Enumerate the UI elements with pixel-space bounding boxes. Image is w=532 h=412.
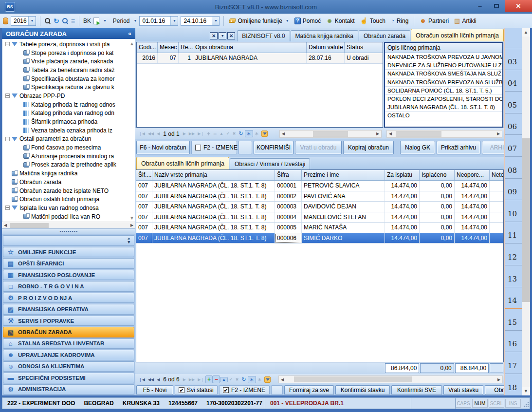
tree-item[interactable]: Vrste plaćanja zarade, naknada bbox=[2, 57, 135, 66]
tree-item[interactable]: Obračun ostalih ličnih primanja bbox=[2, 195, 135, 204]
accordion-module-item[interactable]: UPRAVLJANJE KADROVIMA bbox=[3, 350, 134, 360]
tree-item[interactable]: Obrazac PPP-PD bbox=[2, 92, 135, 100]
column-header[interactable]: Status bbox=[345, 42, 383, 53]
scroll-right-icon[interactable]: ▶ bbox=[374, 131, 381, 136]
help-button[interactable]: ? Pomoć bbox=[293, 17, 322, 25]
period-button[interactable]: Period bbox=[113, 18, 130, 24]
accordion-module-item[interactable]: OPŠTI ŠIFARNICI bbox=[3, 258, 134, 268]
nav-first-icon[interactable]: ❘◀ bbox=[137, 131, 147, 136]
tree-item[interactable]: Ostali parametri za obračun bbox=[2, 135, 135, 144]
tree-item[interactable]: Šifarnik primaoca prihoda bbox=[2, 117, 135, 126]
nav-next-icon[interactable]: ▶ bbox=[182, 131, 187, 136]
tree-expander-icon[interactable] bbox=[5, 94, 10, 98]
scrollbar-thumb[interactable] bbox=[10, 223, 49, 228]
konfirmisi-button[interactable]: KONFIRMIŠI bbox=[254, 141, 294, 154]
date-from-field[interactable]: 01.01.16 ▼ bbox=[139, 16, 178, 26]
column-header[interactable]: Neopore... bbox=[455, 170, 490, 180]
f2-izmene-checkbox-panel[interactable]: F2 - IZMENE bbox=[191, 141, 237, 154]
filter-icon[interactable] bbox=[264, 376, 271, 383]
column-header[interactable]: Re... bbox=[179, 42, 193, 53]
export-icon[interactable] bbox=[93, 18, 99, 24]
stavka-row[interactable]: 007 JUBILARNA NAGRADA (ČL. 18. ST.1. T. … bbox=[136, 223, 503, 233]
tree-item[interactable]: Tabele poreza, doprinosa i vrsti pla bbox=[2, 40, 135, 49]
accordion-module-item[interactable]: ROBNO - T R G O V I N A bbox=[3, 281, 134, 291]
stavka-row[interactable]: 007 JUBILARNA NAGRADA (ČL. 18. ST.1. T. … bbox=[136, 202, 503, 212]
column-header[interactable]: Mesec bbox=[158, 42, 179, 53]
document-tab[interactable]: Matična knjiga radnika bbox=[291, 30, 358, 41]
document-tab[interactable]: BIZNISOFT v8.0 bbox=[237, 30, 290, 41]
nav-next-icon[interactable]: ▶ bbox=[182, 377, 187, 382]
checkbox-checked-icon[interactable]: ✔ bbox=[179, 387, 184, 393]
year-select[interactable]: 2016 ▼ bbox=[11, 16, 36, 26]
nav-next-page-icon[interactable]: ▶▶ bbox=[187, 131, 196, 136]
chevron-down-icon[interactable]: ▼ bbox=[103, 19, 107, 22]
accordion-module-item[interactable]: SERVIS I POPRAVKE bbox=[3, 316, 134, 326]
nav-post-icon[interactable]: ✔ bbox=[225, 131, 231, 136]
vrati-u-obradu-button[interactable]: Vrati u obradu bbox=[295, 141, 342, 154]
nav-prev-page-icon[interactable]: ◀◀ bbox=[147, 377, 155, 382]
licno-primanje-item[interactable]: POKLON DECI ZAPOSLENIH, STAROSTI DO bbox=[385, 95, 502, 103]
nav-goto-bookmark-icon[interactable]: ∗ bbox=[253, 131, 260, 137]
chevron-down-icon[interactable]: ▼ bbox=[212, 17, 219, 25]
chevron-down-icon[interactable]: ▼ bbox=[28, 17, 36, 25]
nav-cancel-icon[interactable]: ✖ bbox=[231, 131, 238, 136]
arhiv-button[interactable]: ARHIV bbox=[482, 141, 504, 154]
scrollbar-thumb[interactable] bbox=[396, 131, 441, 137]
stavka-row[interactable]: 007 JUBILARNA NAGRADA (ČL. 18. ST.1. T. … bbox=[136, 191, 503, 202]
tree-item[interactable]: Ažuriranje procenata minulog ra bbox=[2, 152, 135, 161]
tree-expander-icon[interactable] bbox=[5, 42, 10, 46]
tree-item[interactable]: Stope poreza i doprinosa po kat bbox=[2, 49, 135, 57]
column-header[interactable]: Za isplatu bbox=[385, 170, 420, 180]
licno-primanje-item[interactable]: JUBILARNA NAGRADA (ČL. 18. ST.1. T. 8) bbox=[385, 103, 502, 112]
chevron-down-icon[interactable]: ▼ bbox=[134, 19, 137, 22]
nav-bookmark-icon[interactable]: ∗ bbox=[245, 130, 253, 137]
scroll-left-icon[interactable]: ◀ bbox=[280, 131, 287, 136]
nav-last-icon[interactable]: ▶❘ bbox=[196, 131, 205, 136]
f2-izmene-checkbox-panel[interactable]: ✔ F2 - IZMENE bbox=[219, 385, 270, 395]
tree-item[interactable]: Obračun zarade bez isplate NETO bbox=[2, 187, 135, 195]
accordion-module-item[interactable]: FINANSIJSKO POSLOVANJE bbox=[3, 270, 134, 280]
search-icon[interactable] bbox=[44, 18, 51, 24]
nav-refresh-icon[interactable]: ↻ bbox=[240, 376, 247, 383]
tree-item[interactable]: Matična knjiga radnika bbox=[2, 169, 135, 178]
minimize-button[interactable]: – bbox=[472, 2, 488, 10]
accordion-module-item[interactable]: FINANSIJSKA OPERATIVA bbox=[3, 304, 134, 314]
tree-item[interactable]: Fond časova po mesecima bbox=[2, 143, 135, 152]
scroll-left-icon[interactable]: ◀ bbox=[387, 131, 394, 136]
scroll-up-icon[interactable]: ▲ bbox=[129, 41, 134, 46]
licno-primanje-item[interactable]: NAKNADA TROŠKOVA PREVOZA U JAVNOM bbox=[385, 53, 502, 61]
tree-item[interactable]: Katalog prihoda iz radnog odnos bbox=[2, 100, 135, 109]
nav-refresh-icon[interactable]: ↻ bbox=[237, 131, 244, 137]
list-horizontal-scrollbar[interactable]: ◀ ▶ bbox=[386, 130, 502, 138]
svi-statusi-checkbox-panel[interactable]: ✔ Svi statusi bbox=[175, 385, 218, 395]
tab-list-dropdown-icon[interactable]: ▼ bbox=[219, 32, 226, 39]
tree-item[interactable]: Tabela za beneficirani radni staž bbox=[2, 66, 135, 75]
obracun-row[interactable]: 2016 07 1 JUBILARNA NAGRADA 28.07.16 U o… bbox=[137, 53, 383, 64]
document-tab[interactable]: Obračun zarada bbox=[359, 30, 410, 41]
tree-item[interactable]: Specifikacija obustava za komor bbox=[2, 75, 135, 83]
detail-tab[interactable]: Obrasci / Virmani / Izveštaji bbox=[230, 158, 310, 169]
licno-primanje-item[interactable]: SOLIDARNA POMOĆ (ČL. 18. ST.1. T. 5.) bbox=[385, 87, 502, 95]
date-to-field[interactable]: 24.10.16 ▼ bbox=[181, 16, 220, 26]
scroll-down-icon[interactable]: ▼ bbox=[522, 387, 530, 395]
nav-cancel-icon[interactable]: ✖ bbox=[234, 377, 240, 382]
checkbox-unchecked-icon[interactable] bbox=[195, 145, 201, 150]
partners-button[interactable]: ☻ Partneri bbox=[418, 17, 450, 25]
obrisi-button[interactable]: Obriši bbox=[485, 385, 504, 395]
scroll-right-icon[interactable]: ▶ bbox=[128, 223, 135, 227]
bk-button[interactable]: BK bbox=[83, 18, 91, 24]
tree-expander-icon[interactable] bbox=[5, 137, 10, 141]
nav-edit-icon[interactable]: ▲ bbox=[218, 131, 225, 136]
accordion-module-item[interactable]: ADMINISTRACIJA bbox=[3, 384, 134, 394]
stavka-row[interactable]: 007 JUBILARNA NAGRADA (ČL. 18. ST.1. T. … bbox=[136, 181, 503, 191]
scroll-right-icon[interactable]: ▶ bbox=[495, 131, 502, 136]
touch-button[interactable]: ☝ Touch bbox=[359, 17, 387, 25]
database-icon[interactable] bbox=[3, 18, 8, 24]
contact-button[interactable]: ☻ Kontakt bbox=[325, 17, 356, 25]
sidebar-splitter[interactable]: ▪▪▪▪▪▪▪▪▪ bbox=[2, 228, 135, 234]
tree-item[interactable]: Katalog prihoda van radnog odn bbox=[2, 109, 135, 118]
tree-horizontal-scrollbar[interactable]: ◀ ▶ bbox=[2, 222, 135, 228]
nav-insert-icon[interactable]: + bbox=[205, 131, 212, 137]
nav-prev-icon[interactable]: ◀ bbox=[155, 377, 161, 382]
scrollbar-thumb[interactable] bbox=[313, 131, 348, 137]
